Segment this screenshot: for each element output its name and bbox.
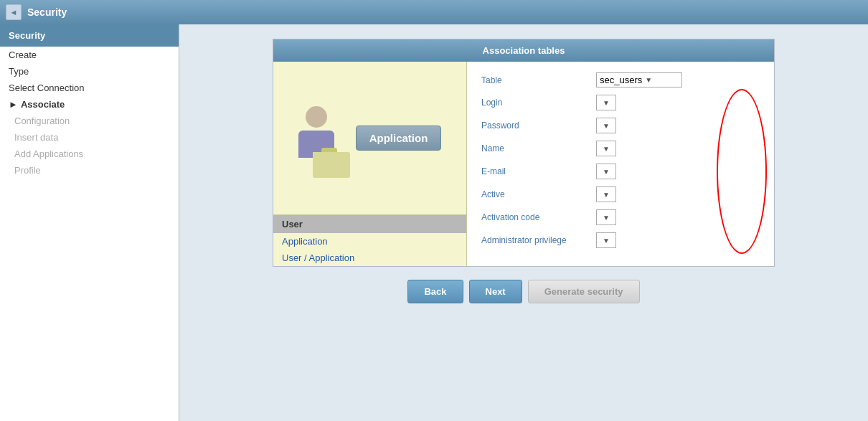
form-row-name: Name ▼: [481, 141, 760, 156]
admin-privilege-chevron-icon: ▼: [603, 237, 610, 245]
panel-body: Application User Application User / Appl…: [273, 62, 774, 266]
form-row-activation-code: Activation code ▼: [481, 209, 760, 225]
admin-privilege-dropdown[interactable]: ▼: [596, 232, 616, 248]
sidebar-item-associate[interactable]: ► Associate: [0, 96, 179, 113]
name-dropdown[interactable]: ▼: [596, 141, 616, 156]
name-label: Name: [481, 143, 596, 153]
login-label: Login: [481, 98, 596, 108]
email-chevron-icon: ▼: [603, 168, 610, 176]
nav-application-link[interactable]: Application: [273, 233, 466, 250]
login-dropdown[interactable]: ▼: [596, 95, 616, 110]
name-chevron-icon: ▼: [603, 145, 610, 153]
user-figure-group: [298, 106, 349, 171]
generate-security-button: Generate security: [528, 280, 640, 303]
top-bar: ◄ Security: [0, 0, 868, 24]
activation-code-label: Activation code: [481, 212, 596, 222]
sidebar: Security Create Type Select Connection ►…: [0, 24, 179, 421]
associate-label: Associate: [21, 99, 65, 110]
login-chevron-icon: ▼: [603, 99, 610, 107]
form-row-active: Active ▼: [481, 186, 760, 202]
table-chevron-icon: ▼: [645, 76, 652, 84]
folder-body-icon: [313, 152, 350, 178]
form-row-admin-privilege: Administrator privilege ▼: [481, 232, 760, 248]
sidebar-item-insert-data: Insert data: [0, 129, 179, 146]
table-value: sec_users: [600, 75, 642, 85]
email-label: E-mail: [481, 166, 596, 176]
nav-section: User Application User / Application: [273, 214, 466, 266]
sidebar-item-select-connection[interactable]: Select Connection: [0, 80, 179, 96]
sidebar-item-profile: Profile: [0, 162, 179, 179]
back-button[interactable]: Back: [407, 280, 463, 303]
panel-header: Association tables: [273, 39, 774, 62]
user-head-icon: [306, 106, 327, 128]
table-select[interactable]: sec_users ▼: [596, 72, 682, 87]
sidebar-item-configuration: Configuration: [0, 113, 179, 129]
arrow-icon: ►: [9, 99, 18, 110]
right-panel: Table sec_users ▼ Login ▼: [467, 62, 774, 266]
back-icon[interactable]: ◄: [6, 4, 22, 20]
sidebar-item-add-applications: Add Applications: [0, 146, 179, 162]
sidebar-header: Security: [0, 24, 179, 47]
password-chevron-icon: ▼: [603, 122, 610, 130]
table-label: Table: [481, 75, 596, 85]
active-label: Active: [481, 189, 596, 199]
activation-code-chevron-icon: ▼: [603, 214, 610, 222]
nav-user-header: User: [273, 215, 466, 233]
password-dropdown[interactable]: ▼: [596, 118, 616, 133]
app-icon-container: Application: [298, 106, 442, 171]
email-dropdown[interactable]: ▼: [596, 164, 616, 179]
activation-code-dropdown[interactable]: ▼: [596, 209, 616, 225]
admin-privilege-label: Administrator privilege: [481, 235, 596, 245]
left-panel: Application User Application User / Appl…: [273, 62, 467, 266]
sidebar-item-type[interactable]: Type: [0, 63, 179, 80]
sidebar-item-create[interactable]: Create: [0, 47, 179, 63]
active-dropdown[interactable]: ▼: [596, 186, 616, 202]
icon-area: Application: [273, 62, 466, 214]
content-area: Association tables: [179, 24, 868, 421]
association-panel: Association tables: [273, 39, 775, 267]
form-row-password: Password ▼: [481, 118, 760, 133]
form-row-login: Login ▼: [481, 95, 760, 110]
table-dropdown[interactable]: sec_users ▼: [596, 72, 682, 87]
bottom-bar: Back Next Generate security: [407, 280, 639, 303]
form-row-email: E-mail ▼: [481, 164, 760, 179]
password-label: Password: [481, 120, 596, 131]
next-button[interactable]: Next: [469, 280, 522, 303]
nav-user-application-link[interactable]: User / Application: [273, 250, 466, 266]
active-chevron-icon: ▼: [603, 191, 610, 199]
app-title: Security: [27, 6, 67, 18]
form-row-table: Table sec_users ▼: [481, 72, 760, 87]
main-layout: Security Create Type Select Connection ►…: [0, 24, 868, 421]
application-button[interactable]: Application: [356, 126, 442, 151]
